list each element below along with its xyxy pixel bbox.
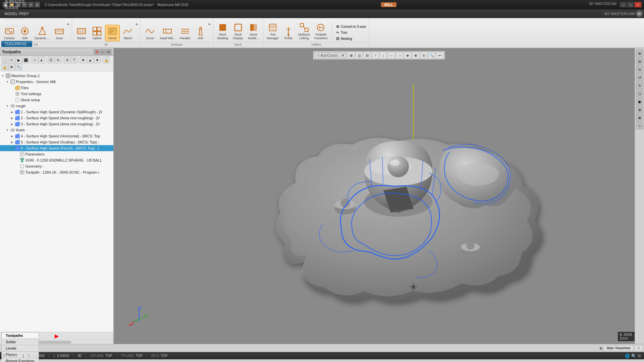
- panel-pin-button[interactable]: 📌: [94, 49, 99, 55]
- right-btn-9[interactable]: ⊠: [636, 114, 643, 121]
- panel-close-button[interactable]: ✕: [106, 49, 111, 55]
- curve-button[interactable]: Curve: [143, 25, 157, 41]
- viewport[interactable]: ⊹ AutoCursor... ▼ ⊞ ◫ ⊟ ↑ ↓ ← → ⊕ ⊗ ⊙ 🔍 …: [114, 48, 644, 344]
- tree-item-parameters[interactable]: Parameters: [0, 151, 113, 157]
- dynamic-button[interactable]: Dynamic ...: [33, 25, 51, 41]
- vp-btn-12[interactable]: ↩: [436, 52, 443, 59]
- close-button[interactable]: ✕: [635, 2, 641, 7]
- panel-unlock-button[interactable]: 🔓: [1, 64, 8, 70]
- more-icon[interactable]: ▸: [35, 2, 40, 7]
- probe-button[interactable]: Probe: [281, 25, 296, 41]
- tree-item-op3[interactable]: ▶3 - Surface High Speed (Area rest rough…: [0, 121, 113, 127]
- pencil-button[interactable]: Pencil: [105, 25, 120, 41]
- status-settings-icon[interactable]: ⚙: [638, 354, 641, 358]
- tree-toggle-rough[interactable]: ▼: [5, 104, 9, 108]
- tree-item-op1[interactable]: ▶1 - Surface High Speed (Dynamic OptiRou…: [0, 109, 113, 115]
- tree-item-op6[interactable]: ▼6 - Surface High Speed (Pencil) - [WCS:…: [0, 145, 113, 151]
- tree-item-tool-settings[interactable]: Tool settings: [0, 91, 113, 97]
- tree-toggle-finish[interactable]: ▼: [5, 128, 9, 132]
- right-btn-2[interactable]: ⊟: [636, 58, 643, 65]
- multiaxis-linking-button[interactable]: Multiaxis Linking: [297, 21, 312, 41]
- autocursor-dropdown[interactable]: ▼: [341, 54, 344, 57]
- right-btn-1[interactable]: ⊕: [636, 50, 643, 57]
- viewsheet-button[interactable]: Main Viewsheet: [604, 345, 633, 351]
- panel-stop-button[interactable]: ⬛: [22, 57, 29, 63]
- vp-btn-4[interactable]: ↑: [372, 52, 379, 59]
- tree-toggle-machine-group[interactable]: ▼: [1, 74, 5, 78]
- panel-verify-button[interactable]: ✓: [32, 57, 38, 63]
- blend-button[interactable]: Blend: [120, 25, 135, 41]
- stock-model-button[interactable]: Stock Model...: [246, 21, 261, 41]
- panel-new-button[interactable]: ⬚: [1, 57, 8, 63]
- panel-moveup-button[interactable]: ▲: [87, 57, 94, 63]
- vp-btn-9[interactable]: ⊗: [412, 52, 419, 59]
- tree-item-op5[interactable]: ▶5 - Surface High Speed (Scallop) - [WCS…: [0, 139, 113, 145]
- panel-filter-button[interactable]: ▼: [80, 57, 87, 63]
- panel-tools-button[interactable]: 🔧: [15, 64, 22, 70]
- drill-button-multi[interactable]: Drill: [193, 25, 208, 41]
- panel-minimize-button[interactable]: ─: [100, 49, 105, 55]
- tree-item-finish[interactable]: ▼finish: [0, 127, 113, 133]
- status-search-icon[interactable]: 🔍: [631, 354, 636, 358]
- vp-btn-10[interactable]: ⊙: [420, 52, 427, 59]
- right-btn-3[interactable]: ⊙: [636, 66, 643, 73]
- raster-button[interactable]: Raster: [74, 25, 89, 41]
- contour-button[interactable]: Contour: [2, 25, 17, 41]
- tree-toggle-op4[interactable]: ▶: [10, 134, 14, 138]
- convert-5axis-button[interactable]: ⊕ Convert to 5-axis: [335, 24, 367, 29]
- tree-toggle-properties[interactable]: ▼: [5, 80, 9, 84]
- menu-item-solids[interactable]: SOLIDS: [1, 5, 32, 11]
- bottom-tab-recent-functions[interactable]: Recent Functions: [1, 358, 39, 362]
- tree-item-op4[interactable]: ▶4 - Surface High Speed (Horizontal) - […: [0, 133, 113, 139]
- tree-toggle-op3[interactable]: ▶: [10, 122, 14, 126]
- account-avatar[interactable]: M: [636, 10, 643, 17]
- panel-lock-button[interactable]: 🔒: [103, 57, 110, 63]
- stock-display-button[interactable]: Stock Display: [231, 21, 246, 41]
- face-button[interactable]: Face: [52, 25, 67, 41]
- bottom-tab-levels[interactable]: Levels: [1, 345, 39, 351]
- tree-item-machine-group[interactable]: ▼Machine Group-1: [0, 73, 113, 79]
- panel-help-button[interactable]: ?: [71, 57, 77, 63]
- panel-regen-button[interactable]: ↺: [64, 57, 70, 63]
- tree-item-stock-setup[interactable]: Stock setup: [0, 97, 113, 103]
- tool-manager-button[interactable]: Tool Manager: [265, 21, 281, 41]
- multiaxis-expand-btn[interactable]: ▸: [209, 21, 211, 26]
- vp-btn-5[interactable]: ↓: [380, 52, 387, 59]
- right-btn-8[interactable]: ⊞: [636, 106, 643, 113]
- vp-btn-11[interactable]: 🔍: [428, 52, 435, 59]
- right-btn-5[interactable]: ↻: [636, 82, 643, 89]
- right-btn-7[interactable]: ▣: [636, 98, 643, 105]
- stock-shading-button[interactable]: Stock Shading: [215, 21, 230, 41]
- swarf-button[interactable]: Swarf Mill...: [158, 25, 177, 41]
- panel-post-button[interactable]: G: [48, 57, 54, 63]
- parallel-button[interactable]: Parallel: [178, 25, 193, 41]
- vp-btn-1[interactable]: ⊞: [347, 52, 355, 59]
- vp-btn-3[interactable]: ⊟: [364, 52, 371, 59]
- panel-display-button[interactable]: 👁: [8, 64, 15, 70]
- maximize-button[interactable]: □: [627, 2, 634, 7]
- tree-toggle-op1[interactable]: ▶: [10, 110, 14, 114]
- tree-item-geometry[interactable]: Geometry -: [0, 163, 113, 169]
- 2d-expand-btn[interactable]: ▸: [67, 21, 70, 26]
- 3d-expand-btn[interactable]: ▸: [136, 21, 138, 26]
- vp-btn-6[interactable]: ←: [388, 52, 395, 59]
- tree-item-files[interactable]: Files: [0, 85, 113, 91]
- tree-item-properties[interactable]: ▼Properties - Generic Mill: [0, 79, 113, 85]
- nesting-button[interactable]: ⊞ Nesting: [335, 36, 367, 41]
- menu-item-model prep[interactable]: MODEL PREP: [1, 11, 32, 17]
- right-btn-4[interactable]: ↺: [636, 74, 643, 81]
- tree-item-toolpath[interactable]: Toolpath - 1284.1K - 3640-20.NC - Progra…: [0, 169, 113, 175]
- vp-btn-7[interactable]: →: [396, 52, 403, 59]
- panel-select-button[interactable]: ↖: [8, 57, 15, 63]
- panel-run-button[interactable]: ▶: [15, 57, 22, 63]
- tree-item-op2[interactable]: ▶2 - Surface High Speed (Area rest rough…: [0, 115, 113, 121]
- menu-item-surfaces[interactable]: SURFACES: [1, 0, 32, 5]
- toolpath-transform-button[interactable]: Toolpath Transform: [312, 21, 329, 41]
- tree-item-rough[interactable]: ▼rough: [0, 103, 113, 109]
- panel-edit-button[interactable]: ✎: [55, 57, 61, 63]
- tree-toggle-op2[interactable]: ▶: [10, 116, 14, 120]
- panel-simulate-button[interactable]: ⏵: [39, 57, 45, 63]
- trim-button[interactable]: ✂ Trim: [335, 30, 367, 35]
- bottom-tab-toolpaths[interactable]: Toolpaths: [1, 332, 39, 339]
- vp-btn-2[interactable]: ◫: [356, 52, 363, 59]
